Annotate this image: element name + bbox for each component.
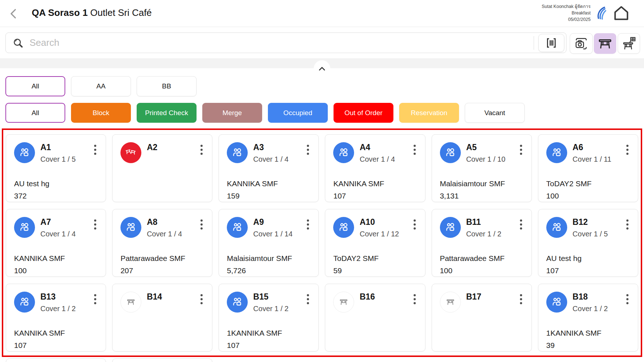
guest-name: 1KANNIKA SMF [227, 329, 282, 337]
table-head-text: A9 Cover 1 / 14 [253, 217, 292, 238]
status-filter-out-of-order[interactable]: Out of Order [334, 103, 393, 123]
zone-filter-bb[interactable]: BB [137, 76, 197, 96]
table-card-a5[interactable]: A5 Cover 1 / 10 Malaisiamtour SMF 3,131 [432, 134, 532, 202]
table-head-text: A5 Cover 1 / 10 [466, 142, 506, 163]
kebab-menu-icon[interactable] [198, 142, 206, 157]
table-amount: 107 [14, 341, 27, 350]
table-card-a9[interactable]: A9 Cover 1 / 14 Malaisiamtour SMF 5,726 [219, 209, 319, 277]
status-filter-block[interactable]: Block [71, 103, 131, 123]
kebab-menu-icon[interactable] [411, 142, 419, 157]
back-button[interactable] [8, 8, 20, 20]
pos-table-screen: QA Soraso 1 Outlet Sri Café Sutat Koonch… [0, 0, 644, 362]
card-header: A10 Cover 1 / 12 [325, 209, 425, 238]
session-meta: Sutat Koonchak ผู้จัดการ Breakfast 05/02… [542, 3, 591, 23]
table-status-avatar [14, 217, 35, 238]
table-card-b12[interactable]: B12 Cover 1 / 5 AU test hg 107 [538, 209, 638, 277]
status-filter-occupied[interactable]: Occupied [268, 103, 328, 123]
table-status-avatar [227, 142, 248, 163]
kebab-menu-icon[interactable] [91, 292, 99, 307]
guests-icon [551, 147, 563, 159]
table-name: A5 [466, 143, 506, 152]
table-cover: Cover 1 / 4 [360, 155, 395, 163]
kebab-menu-icon[interactable] [304, 292, 312, 307]
table-card-a3[interactable]: A3 Cover 1 / 4 KANNIKA SMF 159 [219, 134, 319, 202]
kebab-menu-icon[interactable] [623, 292, 631, 307]
status-filter-vacant[interactable]: Vacant [465, 103, 525, 123]
table-amount: 59 [333, 266, 341, 275]
table-name: A10 [360, 217, 399, 227]
table-card-partial[interactable] [112, 358, 212, 362]
table-card-b13[interactable]: B13 Cover 1 / 2 KANNIKA SMF 107 [6, 284, 106, 352]
table-card-b18[interactable]: B18 Cover 1 / 2 1KANNIKA SMF 39 [538, 284, 638, 352]
table-card-a8[interactable]: A8 Cover 1 / 4 Pattarawadee SMF 207 [112, 209, 212, 277]
zone-filter-all[interactable]: All [5, 76, 65, 96]
status-filter-merge[interactable]: Merge [202, 103, 262, 123]
zone-filter-aa[interactable]: AA [71, 76, 131, 96]
table-card-b14[interactable]: B14 [112, 284, 212, 352]
kebab-menu-icon[interactable] [517, 292, 525, 307]
camera-scan-button[interactable] [570, 33, 593, 54]
table-name: A3 [253, 143, 288, 152]
table-amount: 107 [333, 192, 346, 200]
kebab-menu-icon[interactable] [91, 217, 99, 232]
table-amount: 372 [14, 192, 27, 200]
guests-icon [231, 221, 243, 234]
table-cover: Cover 1 / 14 [253, 230, 292, 238]
table-card-a4[interactable]: A4 Cover 1 / 4 KANNIKA SMF 107 [325, 134, 425, 202]
table-name: A4 [360, 143, 395, 152]
table-card-b17[interactable]: B17 [432, 284, 532, 352]
table-status-avatar [227, 217, 248, 238]
home-button[interactable] [612, 4, 630, 22]
kebab-menu-icon[interactable] [91, 142, 99, 157]
card-header: B15 Cover 1 / 2 [219, 284, 318, 313]
table-amount: 107 [546, 266, 559, 275]
kebab-menu-icon[interactable] [517, 142, 525, 157]
barcode-scan-button[interactable] [538, 34, 564, 52]
kebab-menu-icon[interactable] [623, 217, 631, 232]
soraso-logo-icon [594, 5, 609, 21]
table-view-toggle-selected[interactable] [594, 33, 616, 54]
table-head-text: A2 [147, 142, 157, 152]
guests-icon [444, 147, 456, 159]
table-card-a7[interactable]: A7 Cover 1 / 4 KANNIKA SMF 100 [6, 209, 106, 277]
home-icon [612, 4, 630, 22]
table-amount: 207 [120, 266, 133, 275]
status-filter-reservation[interactable]: Reservation [399, 103, 459, 123]
table-status-avatar [14, 142, 35, 163]
table-card-a6[interactable]: A6 Cover 1 / 11 ToDAY2 SMF 100 [538, 134, 638, 202]
kebab-menu-icon[interactable] [517, 217, 525, 232]
table-card-a2[interactable]: A2 [112, 134, 212, 202]
table-name: B18 [573, 292, 608, 302]
collapse-filters-button[interactable] [314, 60, 330, 77]
table-card-b11[interactable]: B11 Cover 1 / 2 Pattarawadee SMF 100 [432, 209, 532, 277]
table-card-a10[interactable]: A10 Cover 1 / 12 ToDAY2 SMF 59 [325, 209, 425, 277]
table-card-partial[interactable] [6, 358, 106, 362]
table-card-b16[interactable]: B16 [325, 284, 425, 352]
guest-name: 1KANNIKA SMF [546, 329, 601, 337]
table-name: A9 [253, 217, 292, 227]
kebab-menu-icon[interactable] [304, 142, 312, 157]
status-filter-printed-check[interactable]: Printed Check [137, 103, 197, 123]
table-head-text: A6 Cover 1 / 11 [573, 142, 611, 163]
search-input[interactable] [29, 37, 534, 49]
card-header: B11 Cover 1 / 2 [432, 209, 531, 238]
guest-name: Pattarawadee SMF [120, 254, 185, 263]
table-amount: 100 [440, 266, 453, 275]
table-card-b15[interactable]: B15 Cover 1 / 2 1KANNIKA SMF 107 [219, 284, 319, 352]
floor-plan-view-toggle[interactable] [618, 33, 640, 54]
kebab-menu-icon[interactable] [623, 142, 631, 157]
table-head-text: B17 [466, 292, 481, 302]
guests-icon [551, 296, 563, 308]
guests-icon [338, 221, 350, 234]
kebab-menu-icon[interactable] [411, 292, 419, 307]
table-status-avatar [333, 217, 354, 238]
table-card-a1[interactable]: A1 Cover 1 / 5 AU test hg 372 [6, 134, 106, 202]
kebab-menu-icon[interactable] [198, 292, 206, 307]
table-status-avatar [120, 217, 141, 238]
kebab-menu-icon[interactable] [411, 217, 419, 232]
card-header: B14 [113, 284, 212, 313]
status-filter-all[interactable]: All [5, 103, 65, 123]
kebab-menu-icon[interactable] [198, 217, 206, 232]
kebab-menu-icon[interactable] [304, 217, 312, 232]
table-head-text: A7 Cover 1 / 4 [40, 217, 76, 238]
